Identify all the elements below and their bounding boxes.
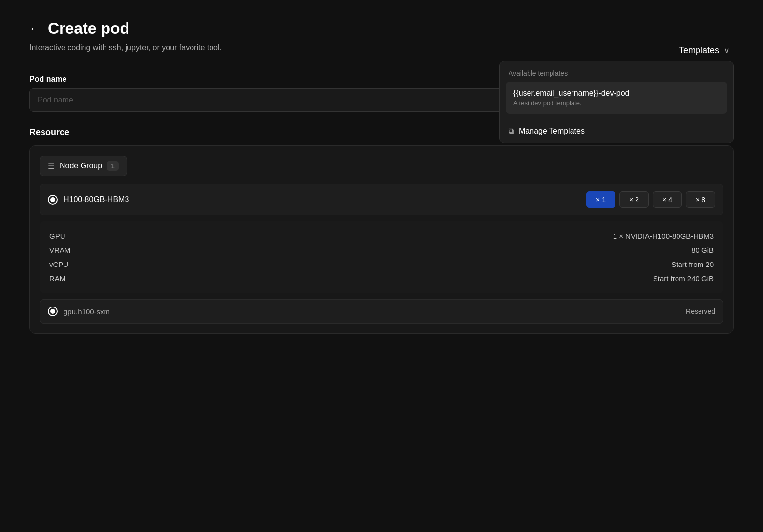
spec-val-vcpu: Start from 20 (671, 260, 714, 268)
spec-key-vram: VRAM (49, 246, 70, 254)
qty-btn-8[interactable]: × 8 (686, 191, 715, 208)
spec-key-ram: RAM (49, 274, 65, 283)
gpu-qty-buttons: × 1 × 2 × 4 × 8 (586, 191, 715, 208)
spec-val-vram: 80 GiB (691, 246, 714, 254)
page-header: ← Create pod (29, 20, 734, 38)
gpu-row[interactable]: H100-80GB-HBM3 × 1 × 2 × 4 × 8 (40, 184, 723, 215)
resource-container: ☰ Node Group 1 H100-80GB-HBM3 × 1 × 2 × … (29, 145, 734, 334)
templates-section: Templates ∨ Available templates {{user.e… (675, 43, 734, 58)
templates-button[interactable]: Templates ∨ (675, 43, 734, 58)
manage-templates-row[interactable]: ⧉ Manage Templates (500, 120, 733, 143)
gpu-name: H100-80GB-HBM3 (64, 195, 129, 204)
qty-btn-4[interactable]: × 4 (653, 191, 682, 208)
server-icon: ☰ (48, 162, 55, 171)
spec-row-vcpu: vCPU Start from 20 (49, 257, 714, 271)
template-name: {{user.email_username}}-dev-pod (513, 89, 720, 98)
spec-key-vcpu: vCPU (49, 260, 68, 268)
qty-btn-1[interactable]: × 1 (586, 191, 615, 208)
spec-row-gpu: GPU 1 × NVIDIA-H100-80GB-HBM3 (49, 229, 714, 243)
templates-label: Templates (679, 45, 719, 56)
pool-radio[interactable] (48, 307, 58, 316)
dropdown-section-label: Available templates (500, 69, 733, 82)
qty-btn-2[interactable]: × 2 (619, 191, 649, 208)
top-row: Interactive coding with ssh, jupyter, or… (29, 43, 734, 70)
pool-left: gpu.h100-sxm (48, 307, 110, 316)
node-group-button[interactable]: ☰ Node Group 1 (40, 156, 127, 176)
back-button[interactable]: ← (29, 22, 40, 35)
manage-templates-label: Manage Templates (519, 127, 585, 136)
template-item[interactable]: {{user.email_username}}-dev-pod A test d… (506, 82, 727, 114)
node-group-count: 1 (107, 161, 119, 171)
spec-row-vram: VRAM 80 GiB (49, 243, 714, 257)
node-group-row: ☰ Node Group 1 (40, 156, 723, 176)
gpu-left: H100-80GB-HBM3 (48, 195, 129, 205)
pool-badge: Reserved (686, 307, 715, 315)
pool-row[interactable]: gpu.h100-sxm Reserved (40, 299, 723, 324)
spec-val-ram: Start from 240 GiB (653, 274, 714, 283)
resource-section: Resource ☰ Node Group 1 H100-80GB-HBM3 (29, 127, 734, 334)
page-subtitle: Interactive coding with ssh, jupyter, or… (29, 43, 222, 52)
pool-radio-inner (50, 309, 55, 314)
chevron-down-icon: ∨ (724, 46, 730, 55)
node-group-label: Node Group (60, 162, 102, 170)
external-link-icon: ⧉ (509, 127, 514, 136)
pool-name: gpu.h100-sxm (64, 307, 110, 316)
templates-dropdown: Available templates {{user.email_usernam… (499, 61, 734, 143)
page-title: Create pod (48, 20, 129, 38)
spec-row-ram: RAM Start from 240 GiB (49, 271, 714, 286)
spec-key-gpu: GPU (49, 232, 65, 240)
spec-val-gpu: 1 × NVIDIA-H100-80GB-HBM3 (613, 232, 714, 240)
template-description: A test dev pod template. (513, 100, 720, 107)
gpu-radio[interactable] (48, 195, 58, 205)
specs-table: GPU 1 × NVIDIA-H100-80GB-HBM3 VRAM 80 Gi… (40, 221, 723, 293)
radio-inner (50, 197, 55, 202)
